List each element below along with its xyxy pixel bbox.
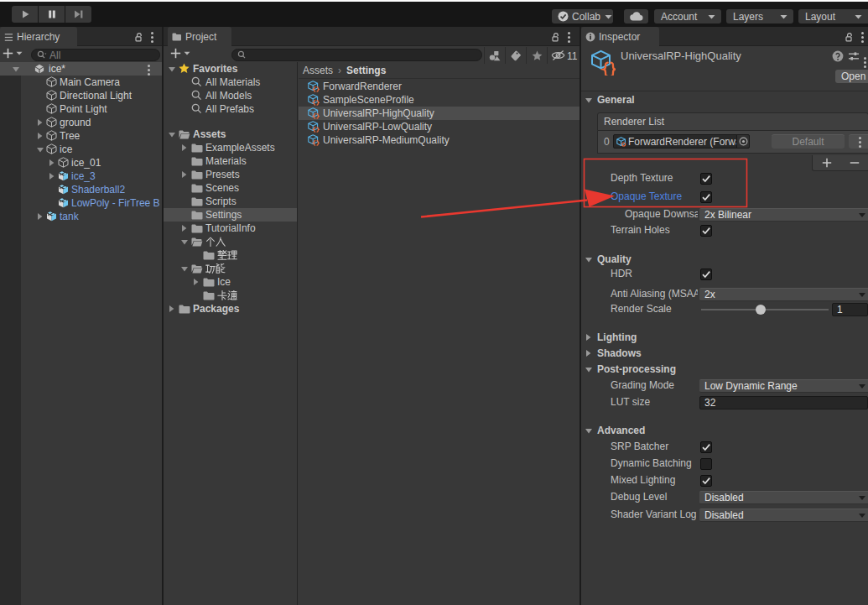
- collab-button[interactable]: Collab: [552, 9, 613, 23]
- hierarchy-search-input[interactable]: All: [31, 49, 160, 61]
- hierarchy-row[interactable]: ice_3: [0, 170, 162, 183]
- foldout-expanded-icon[interactable]: [168, 65, 176, 73]
- hierarchy-row-scene[interactable]: ice*: [0, 62, 162, 76]
- section-header-lighting[interactable]: Lighting: [581, 331, 868, 344]
- section-header-quality[interactable]: Quality: [581, 253, 868, 266]
- project-tree-row[interactable]: Favorites: [164, 62, 298, 76]
- slider-value-field[interactable]: 1: [832, 303, 868, 316]
- project-tree-row[interactable]: [164, 235, 298, 248]
- search-by-label-button[interactable]: [506, 48, 526, 63]
- checkbox-checked[interactable]: [700, 173, 712, 185]
- checkbox-checked[interactable]: [700, 441, 712, 453]
- project-tree-row[interactable]: [164, 248, 298, 262]
- project-tree-row[interactable]: [164, 289, 298, 302]
- open-button[interactable]: Open: [835, 70, 868, 83]
- asset-row[interactable]: UniversalRP-LowQuality: [299, 120, 580, 133]
- project-search-input[interactable]: [231, 49, 482, 61]
- layout-dropdown[interactable]: Layout: [798, 9, 868, 23]
- foldout-collapsed-icon[interactable]: [48, 159, 55, 167]
- project-tree-row[interactable]: [164, 262, 298, 275]
- foldout-expanded-icon[interactable]: [12, 65, 20, 73]
- asset-row[interactable]: UniversalRP-MediumQuality: [299, 133, 580, 147]
- hierarchy-row[interactable]: Tree: [0, 129, 162, 143]
- hierarchy-row[interactable]: ground: [0, 116, 162, 129]
- lock-icon[interactable]: [844, 32, 855, 43]
- checkbox-checked[interactable]: [700, 475, 712, 487]
- project-tree-row[interactable]: Presets: [164, 168, 298, 181]
- hidden-count-eye-icon[interactable]: [548, 48, 567, 63]
- foldout-collapsed-icon[interactable]: [180, 143, 188, 152]
- slider-thumb[interactable]: [756, 305, 766, 315]
- dropdown-field[interactable]: 2x: [699, 288, 868, 301]
- section-header-post-processing[interactable]: Post-processing: [581, 362, 868, 376]
- search-by-type-button[interactable]: [485, 48, 505, 63]
- hierarchy-row[interactable]: Point Light: [0, 102, 162, 116]
- renderer-object-field[interactable]: ForwardRenderer (Forward Renderer Data): [613, 134, 750, 149]
- account-dropdown[interactable]: Account: [654, 9, 721, 23]
- hierarchy-row[interactable]: LowPoly - FirTree B: [0, 196, 162, 210]
- favorites-filter-icon[interactable]: [527, 48, 547, 63]
- dropdown-field[interactable]: Disabled: [699, 491, 868, 504]
- project-tree-row[interactable]: ExampleAssets: [164, 141, 298, 154]
- scene-menu-icon[interactable]: [148, 64, 150, 76]
- foldout-collapsed-icon[interactable]: [36, 118, 44, 127]
- section-header-general[interactable]: General: [581, 93, 868, 107]
- breadcrumb-root[interactable]: Assets: [303, 65, 333, 76]
- asset-row[interactable]: ForwardRenderer: [299, 80, 580, 93]
- foldout-collapsed-icon[interactable]: [48, 172, 55, 180]
- foldout-collapsed-icon[interactable]: [192, 278, 200, 286]
- section-header-shadows[interactable]: Shadows: [581, 347, 868, 360]
- checkbox-checked[interactable]: [700, 191, 712, 203]
- hierarchy-row[interactable]: Directional Light: [0, 89, 162, 102]
- foldout-collapsed-icon[interactable]: [36, 212, 44, 221]
- renderer-row-menu-button[interactable]: [849, 134, 868, 149]
- dropdown-field[interactable]: Low Dynamic Range: [699, 379, 868, 393]
- hierarchy-row[interactable]: tank: [0, 210, 162, 223]
- number-field[interactable]: 32: [699, 396, 868, 409]
- hierarchy-row[interactable]: Main Camera: [0, 76, 162, 89]
- inspector-menu-icon[interactable]: [861, 31, 864, 44]
- project-tree-row[interactable]: Scenes: [164, 181, 298, 195]
- foldout-collapsed-icon[interactable]: [180, 224, 188, 232]
- dropdown-field[interactable]: Disabled: [699, 509, 868, 522]
- inspector-more-icon[interactable]: [864, 50, 866, 69]
- object-picker-icon[interactable]: [736, 135, 749, 148]
- hierarchy-create-button[interactable]: [3, 48, 23, 59]
- property-label[interactable]: Opaque Texture: [611, 190, 698, 203]
- presets-icon[interactable]: [848, 50, 860, 62]
- add-renderer-button[interactable]: [813, 155, 841, 170]
- project-tree-row[interactable]: All Prefabs: [164, 102, 298, 116]
- project-create-button[interactable]: [170, 48, 190, 59]
- foldout-collapsed-icon[interactable]: [36, 132, 44, 140]
- checkbox-checked[interactable]: [700, 269, 712, 280]
- foldout-expanded-icon[interactable]: [180, 238, 189, 246]
- project-tree-row[interactable]: All Materials: [164, 76, 298, 89]
- project-tree-row[interactable]: Assets: [164, 128, 298, 141]
- project-tree-row[interactable]: All Models: [164, 89, 298, 102]
- foldout-expanded-icon[interactable]: [36, 146, 44, 154]
- foldout-expanded-icon[interactable]: [180, 265, 189, 273]
- help-icon[interactable]: [832, 50, 844, 62]
- hierarchy-row[interactable]: ice_01: [0, 156, 162, 170]
- project-tree-row[interactable]: Ice: [164, 275, 298, 289]
- foldout-expanded-icon[interactable]: [168, 131, 176, 138]
- project-tree-row[interactable]: Scripts: [164, 195, 298, 208]
- project-menu-icon[interactable]: [568, 31, 570, 44]
- dropdown-field[interactable]: 2x Bilinear: [699, 208, 868, 222]
- tab-inspector[interactable]: Inspector: [581, 27, 659, 47]
- cloud-button[interactable]: [624, 9, 648, 23]
- default-button[interactable]: Default: [772, 134, 845, 149]
- tab-project[interactable]: Project: [168, 27, 231, 47]
- project-tree-row[interactable]: Settings: [164, 208, 298, 222]
- lock-icon[interactable]: [550, 32, 561, 43]
- asset-row[interactable]: SampleSceneProfile: [299, 93, 580, 107]
- play-button[interactable]: [12, 6, 38, 23]
- checkbox-checked[interactable]: [700, 225, 712, 237]
- asset-row[interactable]: UniversalRP-HighQuality: [299, 107, 580, 120]
- project-tree-row[interactable]: Packages: [164, 302, 298, 316]
- foldout-collapsed-icon[interactable]: [168, 305, 175, 313]
- project-tree-row[interactable]: TutorialInfo: [164, 222, 298, 235]
- lock-icon[interactable]: [133, 32, 144, 43]
- foldout-collapsed-icon[interactable]: [180, 170, 188, 179]
- layers-dropdown[interactable]: Layers: [726, 9, 793, 23]
